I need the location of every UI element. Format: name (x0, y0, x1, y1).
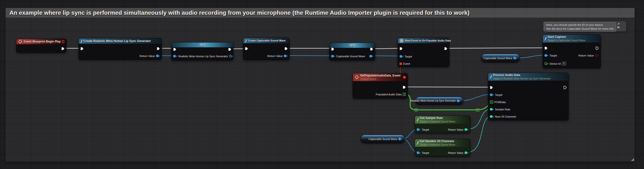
exec-in-pin[interactable] (331, 48, 334, 51)
return-value-pin[interactable] (595, 54, 599, 57)
event-icon (18, 40, 22, 44)
exec-in-pin[interactable] (400, 47, 403, 50)
reroute-node[interactable] (476, 108, 479, 112)
pushpin-icon[interactable] (617, 23, 620, 26)
exec-in-pin[interactable] (490, 86, 493, 89)
node-subtitle: Target is Imported Sound Wave (420, 120, 455, 123)
node-set-capturable-sound-wave[interactable]: SET Capturable Sound Wave (329, 43, 375, 60)
value-in-pin[interactable] (173, 55, 177, 58)
node-subtitle: Target is Realistic Meta Human Lip Sync … (493, 77, 551, 80)
pin-label: Realistic Meta Human Lip Sync Generator (178, 55, 228, 58)
bind-event-icon (400, 39, 404, 42)
function-icon: ƒ (545, 37, 546, 40)
node-set-lipsync-generator[interactable]: SET Realistic Meta Human Lip Sync Genera… (171, 42, 233, 60)
node-title: Get Number Of Channels (420, 140, 455, 143)
array-in-pin[interactable] (490, 100, 493, 104)
value-out-pin[interactable] (457, 100, 461, 102)
event-delegate-pin[interactable] (400, 62, 402, 65)
return-value-pin[interactable] (284, 54, 288, 57)
var-get-lipsync-generator[interactable]: Realistic Meta Human Lip Sync Generator (415, 97, 463, 105)
pin-label: Target (404, 55, 412, 58)
pin-label: Return Value (140, 54, 155, 58)
exec-out-pin[interactable] (228, 48, 232, 51)
return-value-pin[interactable] (464, 152, 468, 154)
reroute-node[interactable] (414, 108, 418, 112)
value-in-pin[interactable] (331, 55, 335, 58)
exec-out-pin[interactable] (61, 47, 64, 50)
return-value-pin[interactable] (156, 54, 160, 57)
device-id-input[interactable]: 0 (562, 62, 566, 66)
target-pin[interactable] (400, 55, 404, 58)
node-title: Event Blueprint Begin Play (24, 40, 61, 43)
value-out-pin[interactable] (229, 55, 233, 58)
exec-in-pin[interactable] (245, 47, 248, 50)
exec-in-pin[interactable] (173, 48, 176, 51)
node-title: Start Capture (548, 36, 586, 39)
node-custom-event[interactable]: OnPopulateAudioData_Event Custom Event P… (353, 73, 408, 98)
pin-label: Event (403, 62, 410, 65)
node-title: SET (349, 44, 355, 47)
pin-label: PCMData (494, 101, 506, 104)
function-icon: ƒ (81, 40, 82, 43)
node-title: Process Audio Data (493, 74, 551, 77)
device-id-pin[interactable] (544, 62, 548, 65)
pin-label: Return Value (448, 128, 463, 131)
bubble-line1: Here, you should specify the ID of your … (546, 23, 614, 27)
pin-label: Target (422, 128, 429, 131)
node-subtitle: Target is Capturable Sound Wave (548, 39, 586, 42)
node-subtitle: Target is Imported Sound Wave (420, 143, 455, 146)
delegate-pin[interactable] (403, 76, 406, 78)
variable-label: Realistic Meta Human Lip Sync Generator (411, 100, 456, 102)
comment-resize-handle[interactable] (630, 158, 634, 161)
sample-rate-pin[interactable] (490, 108, 494, 110)
target-pin[interactable] (417, 152, 420, 154)
node-process-audio-data[interactable]: ƒ Process Audio Data Target is Realistic… (488, 73, 569, 120)
value-out-pin[interactable] (369, 55, 373, 58)
pin-label: Target (422, 152, 429, 154)
variable-label: Capturable Sound Wave (368, 138, 397, 140)
exec-in-pin[interactable] (80, 47, 84, 50)
var-get-capturable-sound-wave-2[interactable]: Capturable Sound Wave (361, 135, 405, 143)
blueprint-graph[interactable]: An example where lip sync is performed s… (0, 0, 644, 169)
pin-label: Capturable Sound Wave (336, 55, 368, 58)
array-out-pin[interactable] (403, 93, 406, 96)
node-create-lipsync-generator[interactable]: ƒ Create Realistic Meta Human Lip Sync G… (78, 38, 162, 60)
pin-label: Return Value (268, 54, 283, 58)
node-start-capture[interactable]: ƒ Start Capture Target is Capturable Sou… (542, 34, 601, 68)
node-bind-event[interactable]: Bind Event to On Populate Audio Data Tar… (398, 38, 449, 67)
delegate-pin[interactable] (62, 40, 64, 43)
exec-out-pin[interactable] (564, 86, 567, 89)
exec-out-pin[interactable] (284, 47, 288, 50)
pin-label: Return Value (448, 152, 463, 154)
exec-out-pin[interactable] (370, 48, 373, 51)
pin-label: Num Of Channels (495, 115, 516, 118)
exec-out-pin[interactable] (596, 46, 599, 50)
node-title: Create Capturable Sound Wave (248, 39, 286, 42)
exec-in-pin[interactable] (544, 46, 548, 50)
node-title: Get Sample Rate (420, 116, 455, 120)
node-create-capturable-sound-wave[interactable]: ƒ Create Capturable Sound Wave Return Va… (243, 38, 290, 60)
exec-out-pin[interactable] (403, 86, 406, 89)
value-out-pin[interactable] (513, 57, 517, 60)
node-get-number-of-channels[interactable]: ƒ Get Number Of Channels Target is Impor… (415, 139, 470, 156)
target-pin[interactable] (490, 94, 494, 96)
comment-titlebar[interactable]: An example where lip sync is performed s… (6, 8, 634, 18)
node-comment-bubble[interactable]: Here, you should specify the ID of your … (543, 21, 626, 32)
var-get-capturable-sound-wave[interactable]: Capturable Sound Wave (481, 54, 520, 62)
node-title: Create Realistic Meta Human Lip Sync Gen… (84, 39, 151, 43)
comment-title: An example where lip sync is performed s… (10, 10, 470, 16)
node-event-begin-play[interactable]: Event Blueprint Begin Play (16, 39, 66, 53)
variable-label: Capturable Sound Wave (484, 57, 512, 60)
exec-out-pin[interactable] (157, 47, 160, 50)
target-pin[interactable] (417, 128, 420, 131)
exec-out-pin[interactable] (444, 47, 447, 50)
node-title: Bind Event to On Populate Audio Data (405, 39, 451, 42)
num-channels-pin[interactable] (490, 115, 494, 118)
node-get-sample-rate[interactable]: ƒ Get Sample Rate Target is Imported Sou… (415, 116, 470, 133)
pin-label: Return Value (578, 54, 594, 57)
return-value-pin[interactable] (464, 128, 468, 131)
target-pin[interactable] (544, 54, 548, 57)
comment-bubble-icon[interactable] (617, 26, 620, 29)
value-out-pin[interactable] (398, 138, 402, 140)
node-title: SET (200, 43, 205, 46)
